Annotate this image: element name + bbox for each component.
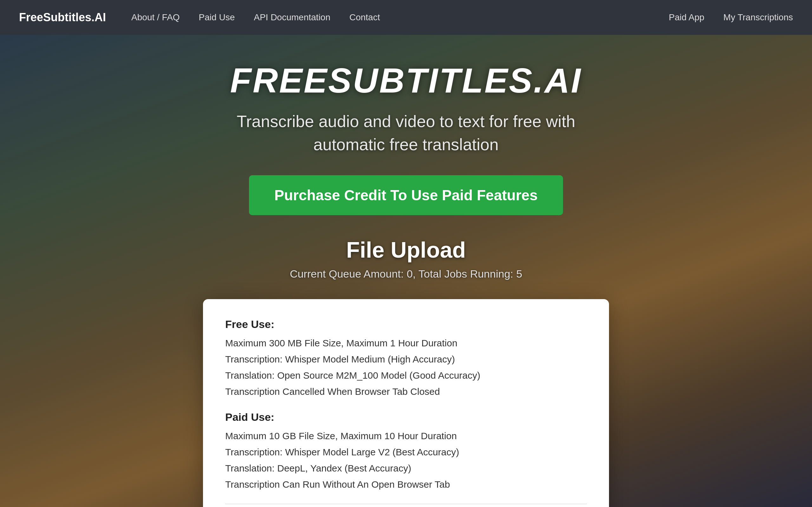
paid-use-item-4: Transcription Can Run Without An Open Br… bbox=[225, 476, 587, 493]
free-use-item-1: Maximum 300 MB File Size, Maximum 1 Hour… bbox=[225, 335, 587, 351]
hero-subtitle: Transcribe audio and video to text for f… bbox=[232, 110, 580, 156]
paid-use-item-2: Transcription: Whisper Model Large V2 (B… bbox=[225, 444, 587, 460]
navbar: FreeSubtitles.AI About / FAQ Paid Use AP… bbox=[0, 0, 812, 35]
nav-my-transcriptions[interactable]: My Transcriptions bbox=[723, 12, 793, 22]
nav-paid-app[interactable]: Paid App bbox=[669, 12, 704, 22]
free-use-item-3: Translation: Open Source M2M_100 Model (… bbox=[225, 367, 587, 383]
nav-api-docs[interactable]: API Documentation bbox=[254, 12, 330, 22]
paid-use-heading: Paid Use: bbox=[225, 411, 587, 424]
nav-paid-use[interactable]: Paid Use bbox=[199, 12, 235, 22]
free-use-item-2: Transcription: Whisper Model Medium (Hig… bbox=[225, 351, 587, 367]
nav-about[interactable]: About / FAQ bbox=[131, 12, 180, 22]
upload-card: Free Use: Maximum 300 MB File Size, Maxi… bbox=[203, 299, 609, 507]
file-upload-section: File Upload Current Queue Amount: 0, Tot… bbox=[290, 237, 522, 290]
hero-title: FREESUBTITLES.AI bbox=[230, 60, 582, 101]
hero-section: FREESUBTITLES.AI Transcribe audio and vi… bbox=[0, 35, 812, 507]
file-upload-heading: File Upload bbox=[290, 237, 522, 263]
nav-contact[interactable]: Contact bbox=[349, 12, 380, 22]
paid-use-item-1: Maximum 10 GB File Size, Maximum 10 Hour… bbox=[225, 428, 587, 444]
free-use-heading: Free Use: bbox=[225, 318, 587, 331]
queue-info: Current Queue Amount: 0, Total Jobs Runn… bbox=[290, 268, 522, 280]
nav-logo[interactable]: FreeSubtitles.AI bbox=[19, 11, 106, 24]
paid-use-list: Maximum 10 GB File Size, Maximum 10 Hour… bbox=[225, 428, 587, 493]
nav-links: About / FAQ Paid Use API Documentation C… bbox=[131, 12, 669, 22]
free-use-list: Maximum 300 MB File Size, Maximum 1 Hour… bbox=[225, 335, 587, 400]
nav-right: Paid App My Transcriptions bbox=[669, 12, 793, 22]
paid-use-section: Paid Use: Maximum 10 GB File Size, Maxim… bbox=[225, 411, 587, 493]
free-use-section: Free Use: Maximum 300 MB File Size, Maxi… bbox=[225, 318, 587, 400]
purchase-credit-button[interactable]: Purchase Credit To Use Paid Features bbox=[249, 175, 563, 215]
free-use-item-4: Transcription Cancelled When Browser Tab… bbox=[225, 383, 587, 400]
paid-use-item-3: Translation: DeepL, Yandex (Best Accurac… bbox=[225, 460, 587, 476]
